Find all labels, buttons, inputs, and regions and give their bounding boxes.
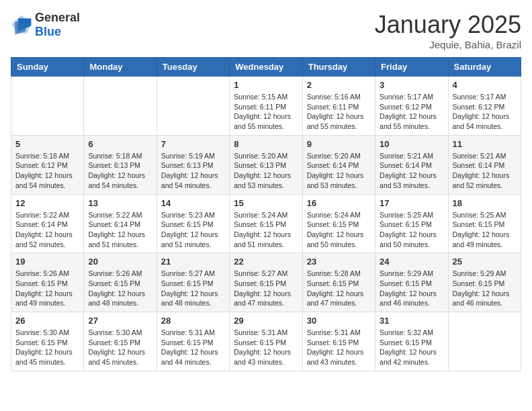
calendar-cell: 24Sunrise: 5:29 AM Sunset: 6:15 PM Dayli… bbox=[375, 253, 448, 312]
day-number: 28 bbox=[161, 316, 225, 326]
calendar-cell: 21Sunrise: 5:27 AM Sunset: 6:15 PM Dayli… bbox=[157, 253, 229, 312]
calendar-cell: 4Sunrise: 5:17 AM Sunset: 6:12 PM Daylig… bbox=[448, 77, 521, 136]
calendar-table: SundayMondayTuesdayWednesdayThursdayFrid… bbox=[11, 57, 521, 371]
day-info: Sunrise: 5:25 AM Sunset: 6:15 PM Dayligh… bbox=[380, 210, 443, 250]
day-info: Sunrise: 5:15 AM Sunset: 6:11 PM Dayligh… bbox=[234, 92, 298, 132]
calendar-cell bbox=[157, 77, 229, 136]
day-number: 14 bbox=[161, 198, 225, 208]
day-number: 27 bbox=[88, 316, 152, 326]
day-number: 5 bbox=[15, 139, 79, 149]
calendar-cell: 14Sunrise: 5:23 AM Sunset: 6:15 PM Dayli… bbox=[157, 194, 229, 253]
day-number: 24 bbox=[380, 257, 443, 267]
day-info: Sunrise: 5:31 AM Sunset: 6:15 PM Dayligh… bbox=[234, 328, 298, 367]
calendar-cell: 23Sunrise: 5:28 AM Sunset: 6:15 PM Dayli… bbox=[302, 253, 375, 312]
month-title: January 2025 bbox=[375, 11, 521, 39]
calendar-cell: 30Sunrise: 5:31 AM Sunset: 6:15 PM Dayli… bbox=[302, 312, 375, 371]
day-number: 1 bbox=[234, 80, 298, 90]
calendar-header-tuesday: Tuesday bbox=[157, 58, 229, 77]
day-number: 25 bbox=[453, 257, 517, 267]
day-number: 11 bbox=[453, 139, 517, 149]
day-number: 9 bbox=[307, 139, 371, 149]
calendar-week-row: 5Sunrise: 5:18 AM Sunset: 6:12 PM Daylig… bbox=[11, 135, 521, 194]
logo-blue: Blue bbox=[35, 25, 80, 39]
location: Jequie, Bahia, Brazil bbox=[375, 39, 521, 50]
calendar-header-thursday: Thursday bbox=[302, 58, 375, 77]
calendar-cell: 6Sunrise: 5:18 AM Sunset: 6:13 PM Daylig… bbox=[84, 135, 157, 194]
day-info: Sunrise: 5:24 AM Sunset: 6:15 PM Dayligh… bbox=[234, 210, 298, 250]
calendar-header-row: SundayMondayTuesdayWednesdayThursdayFrid… bbox=[11, 58, 521, 77]
day-number: 10 bbox=[380, 139, 443, 149]
day-info: Sunrise: 5:29 AM Sunset: 6:15 PM Dayligh… bbox=[380, 269, 443, 308]
calendar-cell: 31Sunrise: 5:32 AM Sunset: 6:15 PM Dayli… bbox=[375, 312, 448, 371]
calendar-cell: 20Sunrise: 5:26 AM Sunset: 6:15 PM Dayli… bbox=[84, 253, 157, 312]
calendar-cell: 25Sunrise: 5:29 AM Sunset: 6:15 PM Dayli… bbox=[448, 253, 521, 312]
day-info: Sunrise: 5:20 AM Sunset: 6:14 PM Dayligh… bbox=[307, 151, 371, 191]
day-info: Sunrise: 5:17 AM Sunset: 6:12 PM Dayligh… bbox=[453, 92, 517, 132]
day-number: 3 bbox=[380, 80, 443, 90]
day-number: 4 bbox=[453, 80, 517, 90]
calendar-header-wednesday: Wednesday bbox=[230, 58, 302, 77]
day-number: 15 bbox=[234, 198, 298, 208]
calendar-week-row: 26Sunrise: 5:30 AM Sunset: 6:15 PM Dayli… bbox=[11, 312, 521, 371]
day-number: 6 bbox=[88, 139, 152, 149]
calendar-week-row: 12Sunrise: 5:22 AM Sunset: 6:14 PM Dayli… bbox=[11, 194, 521, 253]
day-info: Sunrise: 5:18 AM Sunset: 6:12 PM Dayligh… bbox=[15, 151, 79, 191]
day-info: Sunrise: 5:24 AM Sunset: 6:15 PM Dayligh… bbox=[307, 210, 371, 250]
day-info: Sunrise: 5:22 AM Sunset: 6:14 PM Dayligh… bbox=[15, 210, 79, 250]
day-info: Sunrise: 5:26 AM Sunset: 6:15 PM Dayligh… bbox=[88, 269, 152, 308]
day-number: 20 bbox=[88, 257, 152, 267]
day-info: Sunrise: 5:21 AM Sunset: 6:14 PM Dayligh… bbox=[380, 151, 443, 191]
calendar-cell: 22Sunrise: 5:27 AM Sunset: 6:15 PM Dayli… bbox=[230, 253, 302, 312]
calendar-cell: 7Sunrise: 5:19 AM Sunset: 6:13 PM Daylig… bbox=[157, 135, 229, 194]
day-number: 17 bbox=[380, 198, 443, 208]
day-number: 7 bbox=[161, 139, 225, 149]
day-info: Sunrise: 5:18 AM Sunset: 6:13 PM Dayligh… bbox=[88, 151, 152, 191]
calendar-cell: 2Sunrise: 5:16 AM Sunset: 6:11 PM Daylig… bbox=[302, 77, 375, 136]
day-number: 18 bbox=[453, 198, 517, 208]
calendar-week-row: 1Sunrise: 5:15 AM Sunset: 6:11 PM Daylig… bbox=[11, 77, 521, 136]
day-info: Sunrise: 5:26 AM Sunset: 6:15 PM Dayligh… bbox=[15, 269, 79, 308]
calendar-cell: 19Sunrise: 5:26 AM Sunset: 6:15 PM Dayli… bbox=[11, 253, 84, 312]
day-info: Sunrise: 5:32 AM Sunset: 6:15 PM Dayligh… bbox=[380, 328, 443, 367]
day-number: 22 bbox=[234, 257, 298, 267]
day-info: Sunrise: 5:27 AM Sunset: 6:15 PM Dayligh… bbox=[161, 269, 225, 308]
day-number: 31 bbox=[380, 316, 443, 326]
calendar-cell: 8Sunrise: 5:20 AM Sunset: 6:13 PM Daylig… bbox=[230, 135, 302, 194]
day-info: Sunrise: 5:28 AM Sunset: 6:15 PM Dayligh… bbox=[307, 269, 371, 308]
calendar-header-saturday: Saturday bbox=[448, 58, 521, 77]
calendar-cell bbox=[11, 77, 84, 136]
calendar-header-monday: Monday bbox=[84, 58, 157, 77]
calendar-cell: 29Sunrise: 5:31 AM Sunset: 6:15 PM Dayli… bbox=[230, 312, 302, 371]
day-number: 16 bbox=[307, 198, 371, 208]
day-number: 23 bbox=[307, 257, 371, 267]
day-number: 26 bbox=[15, 316, 79, 326]
calendar-cell: 5Sunrise: 5:18 AM Sunset: 6:12 PM Daylig… bbox=[11, 135, 84, 194]
calendar-cell: 27Sunrise: 5:30 AM Sunset: 6:15 PM Dayli… bbox=[84, 312, 157, 371]
calendar-cell: 18Sunrise: 5:25 AM Sunset: 6:15 PM Dayli… bbox=[448, 194, 521, 253]
day-info: Sunrise: 5:30 AM Sunset: 6:15 PM Dayligh… bbox=[88, 328, 152, 367]
calendar-cell: 26Sunrise: 5:30 AM Sunset: 6:15 PM Dayli… bbox=[11, 312, 84, 371]
day-number: 19 bbox=[15, 257, 79, 267]
calendar-header-friday: Friday bbox=[375, 58, 448, 77]
calendar-cell: 1Sunrise: 5:15 AM Sunset: 6:11 PM Daylig… bbox=[230, 77, 302, 136]
calendar-cell: 10Sunrise: 5:21 AM Sunset: 6:14 PM Dayli… bbox=[375, 135, 448, 194]
day-number: 12 bbox=[15, 198, 79, 208]
day-info: Sunrise: 5:31 AM Sunset: 6:15 PM Dayligh… bbox=[161, 328, 225, 367]
day-info: Sunrise: 5:16 AM Sunset: 6:11 PM Dayligh… bbox=[307, 92, 371, 132]
day-info: Sunrise: 5:29 AM Sunset: 6:15 PM Dayligh… bbox=[453, 269, 517, 308]
day-info: Sunrise: 5:27 AM Sunset: 6:15 PM Dayligh… bbox=[234, 269, 298, 308]
logo-general: General bbox=[35, 11, 80, 25]
day-number: 29 bbox=[234, 316, 298, 326]
day-info: Sunrise: 5:20 AM Sunset: 6:13 PM Dayligh… bbox=[234, 151, 298, 191]
day-number: 8 bbox=[234, 139, 298, 149]
calendar-cell bbox=[448, 312, 521, 371]
day-info: Sunrise: 5:30 AM Sunset: 6:15 PM Dayligh… bbox=[15, 328, 79, 367]
title-block: January 2025 Jequie, Bahia, Brazil bbox=[375, 11, 521, 50]
day-number: 30 bbox=[307, 316, 371, 326]
day-info: Sunrise: 5:19 AM Sunset: 6:13 PM Dayligh… bbox=[161, 151, 225, 191]
day-info: Sunrise: 5:23 AM Sunset: 6:15 PM Dayligh… bbox=[161, 210, 225, 250]
calendar-cell: 16Sunrise: 5:24 AM Sunset: 6:15 PM Dayli… bbox=[302, 194, 375, 253]
day-info: Sunrise: 5:31 AM Sunset: 6:15 PM Dayligh… bbox=[307, 328, 371, 367]
day-info: Sunrise: 5:22 AM Sunset: 6:14 PM Dayligh… bbox=[88, 210, 152, 250]
calendar-cell: 9Sunrise: 5:20 AM Sunset: 6:14 PM Daylig… bbox=[302, 135, 375, 194]
